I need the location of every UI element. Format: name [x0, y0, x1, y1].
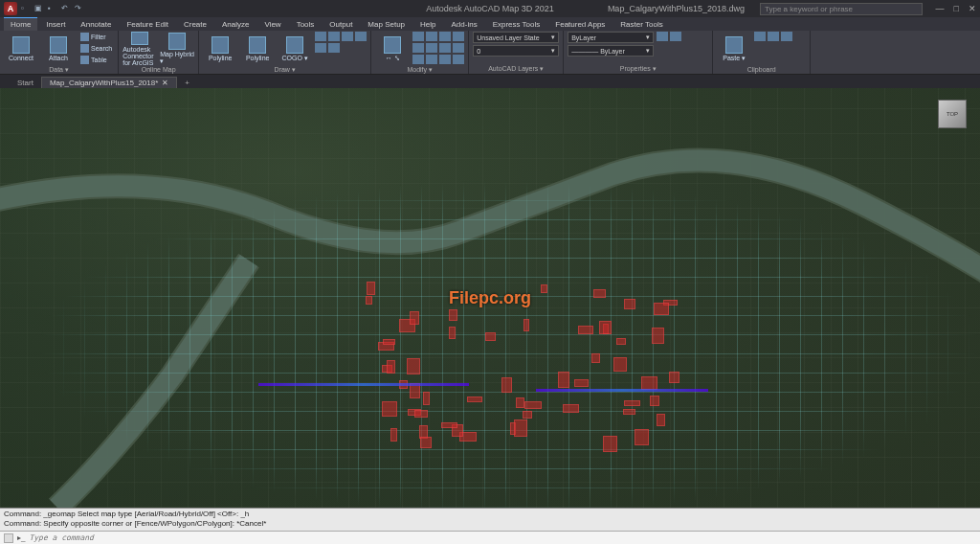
- ribbon-tab-analyze[interactable]: Analyze: [215, 18, 256, 31]
- combo-1[interactable]: ———— ByLayer▾: [568, 45, 654, 57]
- highlight-line-1: [258, 383, 469, 386]
- building-footprint: [654, 303, 669, 315]
- ribbon-panel-clipboard: Paste ▾Clipboard: [713, 31, 811, 74]
- panel-label: Data ▾: [4, 66, 114, 75]
- ribbon-panel-autocad-layers-: Unsaved Layer State▾0▾AutoCAD Layers ▾: [469, 31, 564, 74]
- table-button[interactable]: Table: [78, 55, 114, 65]
- tool-icon-2[interactable]: [342, 32, 353, 41]
- building-footprint: [616, 338, 625, 345]
- move-button[interactable]: ↔ ⤡: [375, 32, 410, 66]
- connect-button[interactable]: Connect: [4, 32, 38, 66]
- command-line[interactable]: ▸_: [0, 531, 980, 544]
- tool-icon-4[interactable]: [315, 43, 326, 53]
- ribbon-tab-map-setup[interactable]: Map Setup: [361, 18, 412, 31]
- building-footprint: [423, 392, 429, 405]
- attach-button[interactable]: Attach: [41, 32, 76, 66]
- minimize-button[interactable]: —: [936, 4, 945, 13]
- tool-icon-1[interactable]: [426, 32, 437, 41]
- tool-icon-1[interactable]: [328, 32, 340, 41]
- tool-icon-9[interactable]: [426, 55, 437, 64]
- tool-icon-0[interactable]: [412, 32, 424, 41]
- qat-redo-icon[interactable]: ↷: [75, 4, 84, 13]
- ribbon-panel-properties-: ByLayer▾———— ByLayer▾Properties ▾: [564, 31, 713, 74]
- combo-1[interactable]: 0▾: [473, 45, 559, 57]
- ribbon-tab-tools[interactable]: Tools: [290, 18, 322, 31]
- connect-icon: [12, 36, 30, 54]
- qat-undo-icon[interactable]: ↶: [61, 4, 71, 13]
- ribbon-tab-view[interactable]: View: [257, 18, 287, 31]
- ribbon-tab-feature-edit[interactable]: Feature Edit: [120, 18, 175, 31]
- tool-icon-11[interactable]: [453, 55, 464, 64]
- tool-icon-2[interactable]: [781, 32, 792, 41]
- combo-0[interactable]: Unsaved Layer State▾: [473, 32, 559, 43]
- ribbon-tab-raster-tools[interactable]: Raster Tools: [613, 18, 669, 31]
- maximize-button[interactable]: □: [954, 4, 959, 13]
- paste-button[interactable]: Paste ▾: [717, 32, 751, 66]
- ribbon-tab-annotate[interactable]: Annotate: [74, 18, 118, 31]
- ribbon-tab-add-ins[interactable]: Add-ins: [445, 18, 484, 31]
- polyline2-button[interactable]: Polyline: [240, 32, 275, 66]
- tool-icon-1[interactable]: [768, 32, 779, 41]
- app-logo[interactable]: A: [4, 2, 17, 15]
- qat-new-icon[interactable]: ▫: [21, 4, 31, 13]
- command-prompt-icon[interactable]: [4, 533, 13, 543]
- title-bar: A ▫ ▣ ▪ ↶ ↷ Autodesk AutoCAD Map 3D 2021…: [0, 0, 980, 17]
- building-footprint: [467, 397, 482, 402]
- cogo-icon: [286, 36, 303, 54]
- building-footprint: [414, 410, 428, 417]
- map-hybrid-button[interactable]: Map Hybrid ▾: [160, 32, 194, 66]
- search-button[interactable]: Search: [78, 43, 114, 54]
- ribbon-tab-output[interactable]: Output: [323, 18, 359, 31]
- drawing-canvas[interactable]: Filepc.org TOP: [0, 88, 980, 508]
- tool-icon-0[interactable]: [754, 32, 766, 41]
- building-footprint: [669, 372, 680, 383]
- polyline2-icon: [249, 36, 266, 54]
- building-footprint: [382, 401, 397, 417]
- qat-save-icon[interactable]: ▪: [48, 4, 57, 13]
- tool-icon-0[interactable]: [657, 32, 668, 41]
- qat-open-icon[interactable]: ▣: [34, 4, 44, 13]
- search-icon: [80, 44, 89, 53]
- quick-access-toolbar: ▫ ▣ ▪ ↶ ↷: [21, 4, 84, 13]
- map-hybrid-icon: [168, 33, 186, 50]
- tool-icon-10[interactable]: [439, 55, 451, 64]
- help-search[interactable]: Type a keyword or phrase: [760, 3, 923, 15]
- tool-icon-3[interactable]: [355, 32, 367, 41]
- tool-icon-2[interactable]: [439, 32, 451, 41]
- ribbon-tab-help[interactable]: Help: [413, 18, 442, 31]
- view-cube-face[interactable]: TOP: [938, 100, 967, 128]
- tool-icon-7[interactable]: [453, 43, 464, 53]
- new-tab-button[interactable]: +: [177, 78, 197, 88]
- ribbon-tab-home[interactable]: Home: [4, 17, 37, 31]
- tool-icon-3[interactable]: [453, 32, 464, 41]
- filter-button[interactable]: Filter: [78, 32, 114, 42]
- command-input[interactable]: [29, 533, 976, 542]
- ribbon-tab-express-tools[interactable]: Express Tools: [486, 18, 547, 31]
- attach-label: Attach: [49, 55, 68, 61]
- ribbon-tab-insert[interactable]: Insert: [39, 18, 72, 31]
- ribbon-tab-featured-apps[interactable]: Featured Apps: [548, 18, 612, 31]
- tool-icon-0[interactable]: [315, 32, 326, 41]
- start-tab[interactable]: Start: [10, 78, 41, 88]
- tool-icon-5[interactable]: [426, 43, 437, 53]
- tool-icon-6[interactable]: [439, 43, 451, 53]
- document-tab[interactable]: Map_CalgaryWithPlus15_2018* ✕: [41, 77, 177, 88]
- close-button[interactable]: ✕: [969, 4, 976, 13]
- building-footprint: [603, 436, 617, 452]
- autodesk-connector-button[interactable]: Autodesk Connector for ArcGIS: [122, 32, 157, 66]
- tool-icon-8[interactable]: [412, 55, 424, 64]
- building-footprint: [623, 409, 635, 415]
- tool-icon-5[interactable]: [328, 43, 340, 53]
- ribbon-tab-create[interactable]: Create: [177, 18, 213, 31]
- document-tab-close-icon[interactable]: ✕: [162, 79, 168, 87]
- building-footprint: [613, 357, 627, 371]
- polyline-button[interactable]: Polyline: [203, 32, 237, 66]
- building-footprint: [650, 396, 659, 406]
- cogo-button[interactable]: COGO ▾: [278, 32, 312, 66]
- combo-0[interactable]: ByLayer▾: [568, 32, 654, 43]
- building-footprint: [367, 282, 375, 295]
- tool-icon-1[interactable]: [670, 32, 681, 41]
- filter-icon: [80, 33, 89, 41]
- tool-icon-4[interactable]: [412, 43, 424, 53]
- view-cube[interactable]: TOP: [932, 94, 972, 134]
